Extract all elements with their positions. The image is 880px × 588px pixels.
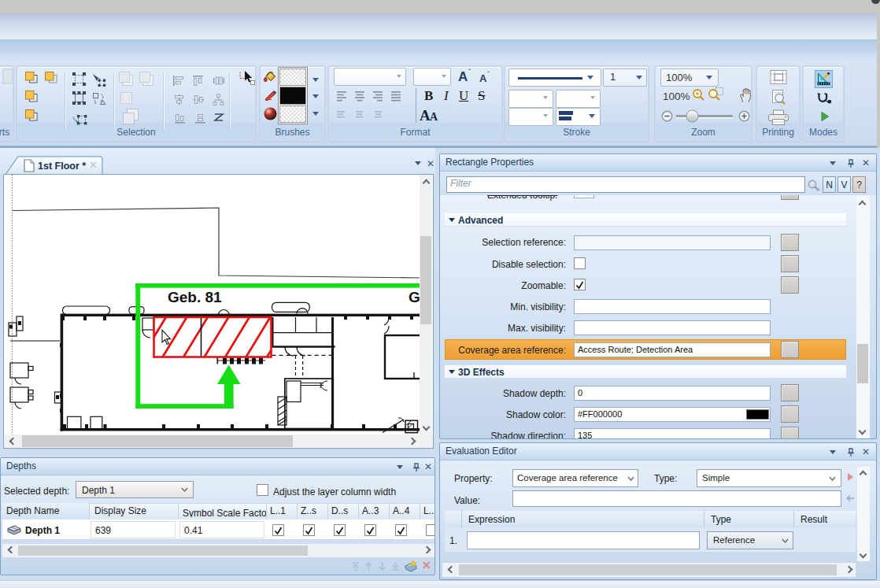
svg-text:Geb. 81: Geb. 81 [168, 289, 222, 305]
svg-text:G: G [409, 289, 420, 305]
